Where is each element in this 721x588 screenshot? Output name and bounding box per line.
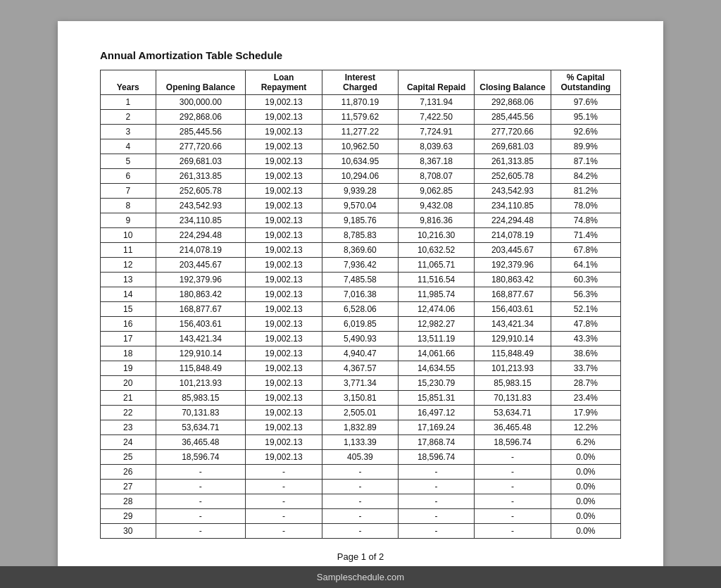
footer-bar: Sampleschedule.com [0, 566, 721, 588]
table-row: 1300,000.0019,002.1311,870.197,131.94292… [101, 95, 621, 110]
table-cell: 43.3% [551, 332, 620, 346]
page-number: Page 1 of 2 [100, 551, 621, 562]
table-cell: 8,367.18 [399, 154, 475, 169]
table-cell: 92.6% [551, 125, 620, 139]
table-cell: 4,367.57 [322, 361, 398, 376]
table-cell: 19,002.13 [246, 376, 322, 391]
table-cell: 28 [101, 494, 156, 509]
table-cell: 81.2% [551, 184, 620, 199]
header-loan: Loan Repayment [246, 70, 322, 95]
table-cell: 53,634.71 [156, 420, 246, 435]
table-cell: 38.6% [551, 346, 620, 361]
amortization-table: Years Opening Balance Loan Repayment Int… [100, 70, 621, 539]
table-cell: - [399, 465, 475, 480]
table-cell: 243,542.93 [156, 199, 246, 213]
table-cell: 9,432.08 [399, 199, 475, 213]
table-cell: 243,542.93 [475, 184, 551, 199]
table-cell: 15 [101, 302, 156, 317]
table-row: 10224,294.4819,002.138,785.8310,216.3021… [101, 228, 621, 243]
table-cell: 9,062.85 [399, 184, 475, 199]
table-cell: 15,230.79 [399, 376, 475, 391]
table-cell: 19,002.13 [246, 332, 322, 346]
table-cell: 18,596.74 [399, 450, 475, 465]
table-cell: 405.39 [322, 450, 398, 465]
table-cell: 18,596.74 [475, 435, 551, 450]
table-cell: 129,910.14 [475, 332, 551, 346]
table-cell: - [475, 524, 551, 539]
table-cell: 23 [101, 420, 156, 435]
table-cell: 19,002.13 [246, 199, 322, 213]
table-row: 15168,877.6719,002.136,528.0612,474.0615… [101, 302, 621, 317]
table-cell: 19,002.13 [246, 361, 322, 376]
table-row: 30-----0.0% [101, 524, 621, 539]
table-row: 16156,403.6119,002.136,019.8512,982.2714… [101, 317, 621, 332]
table-cell: 0.0% [551, 509, 620, 524]
table-cell: 87.1% [551, 154, 620, 169]
main-page: Annual Amortization Table Schedule Years… [58, 21, 663, 588]
table-cell: 7,131.94 [399, 95, 475, 110]
table-cell: 180,863.42 [156, 287, 246, 302]
table-cell: 13 [101, 273, 156, 287]
table-cell: 52.1% [551, 302, 620, 317]
table-cell: - [322, 465, 398, 480]
table-cell: 115,848.49 [475, 346, 551, 361]
table-cell: 85,983.15 [475, 376, 551, 391]
table-cell: 18,596.74 [156, 450, 246, 465]
table-cell: 9 [101, 213, 156, 228]
table-cell: 89.9% [551, 139, 620, 154]
table-cell: 7,485.58 [322, 273, 398, 287]
table-cell: 252,605.78 [156, 184, 246, 199]
table-cell: 180,863.42 [475, 273, 551, 287]
table-cell: - [246, 494, 322, 509]
table-cell: 10,294.06 [322, 169, 398, 184]
table-cell: 17 [101, 332, 156, 346]
table-cell: 19,002.13 [246, 273, 322, 287]
table-cell: 10,216.30 [399, 228, 475, 243]
table-cell: 12 [101, 258, 156, 273]
table-cell: 277,720.66 [475, 125, 551, 139]
table-cell: 11,985.74 [399, 287, 475, 302]
table-cell: 11 [101, 243, 156, 258]
table-cell: 10 [101, 228, 156, 243]
table-cell: 8,785.83 [322, 228, 398, 243]
table-cell: 21 [101, 391, 156, 406]
table-cell: 9,939.28 [322, 184, 398, 199]
table-row: 5269,681.0319,002.1310,634.958,367.18261… [101, 154, 621, 169]
table-cell: 6,528.06 [322, 302, 398, 317]
table-cell: 36,465.48 [475, 420, 551, 435]
table-cell: 101,213.93 [156, 376, 246, 391]
table-row: 7252,605.7819,002.139,939.289,062.85243,… [101, 184, 621, 199]
table-cell: 13,511.19 [399, 332, 475, 346]
table-cell: 156,403.61 [475, 302, 551, 317]
table-cell: - [475, 465, 551, 480]
table-cell: 19,002.13 [246, 228, 322, 243]
table-cell: 78.0% [551, 199, 620, 213]
table-cell: 19,002.13 [246, 435, 322, 450]
table-cell: 14 [101, 287, 156, 302]
header-closing: Closing Balance [475, 70, 551, 95]
table-row: 2518,596.7419,002.13405.3918,596.74-0.0% [101, 450, 621, 465]
table-cell: 23.4% [551, 391, 620, 406]
table-cell: 1,133.39 [322, 435, 398, 450]
table-cell: - [246, 480, 322, 494]
table-row: 27-----0.0% [101, 480, 621, 494]
table-cell: 203,445.67 [475, 243, 551, 258]
table-cell: 19,002.13 [246, 450, 322, 465]
table-row: 2185,983.1519,002.133,150.8115,851.3170,… [101, 391, 621, 406]
table-cell: 224,294.48 [475, 213, 551, 228]
table-cell: - [322, 524, 398, 539]
table-cell: 3,771.34 [322, 376, 398, 391]
table-cell: 11,870.19 [322, 95, 398, 110]
table-row: 3285,445.5619,002.1311,277.227,724.91277… [101, 125, 621, 139]
table-cell: 224,294.48 [156, 228, 246, 243]
table-cell: 234,110.85 [156, 213, 246, 228]
table-cell: 64.1% [551, 258, 620, 273]
table-cell: 5 [101, 154, 156, 169]
table-row: 8243,542.9319,002.139,570.049,432.08234,… [101, 199, 621, 213]
table-cell: - [322, 494, 398, 509]
table-cell: - [156, 509, 246, 524]
table-cell: 95.1% [551, 110, 620, 125]
table-cell: - [475, 480, 551, 494]
table-cell: 12,474.06 [399, 302, 475, 317]
table-cell: 252,605.78 [475, 169, 551, 184]
